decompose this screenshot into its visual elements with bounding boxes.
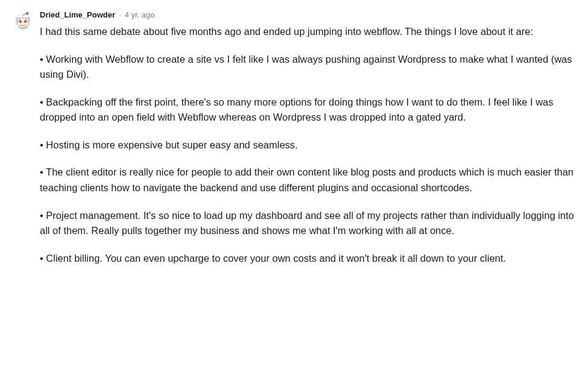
snoo-avatar-icon [12, 10, 34, 31]
user-avatar[interactable] [12, 10, 34, 31]
comment-body: Dried_Lime_Powder · 4 yr. ago I had this… [40, 10, 576, 266]
comment-paragraph: • The client editor is really nice for p… [40, 165, 576, 195]
svg-point-3 [16, 18, 19, 21]
comment-container: Dried_Lime_Powder · 4 yr. ago I had this… [12, 10, 576, 266]
comment-header: Dried_Lime_Powder · 4 yr. ago [40, 10, 576, 21]
svg-point-4 [26, 18, 29, 21]
svg-point-5 [19, 20, 22, 23]
svg-point-2 [26, 12, 28, 14]
svg-point-6 [24, 20, 27, 23]
header-separator: · [119, 10, 121, 21]
comment-text: I had this same debate about five months… [40, 24, 576, 266]
comment-timestamp: 4 yr. ago [125, 10, 155, 21]
comment-paragraph: • Hosting is more expensive but super ea… [40, 138, 576, 153]
comment-paragraph: • Project management. It's so nice to lo… [40, 208, 576, 239]
comment-paragraph: • Client billing. You can even upcharge … [40, 251, 576, 267]
comment-paragraph: I had this same debate about five months… [40, 24, 576, 40]
comment-paragraph: • Working with Webflow to create a site … [40, 52, 576, 83]
comment-paragraph: • Backpacking off the first point, there… [40, 95, 576, 125]
username-link[interactable]: Dried_Lime_Powder [40, 10, 115, 21]
